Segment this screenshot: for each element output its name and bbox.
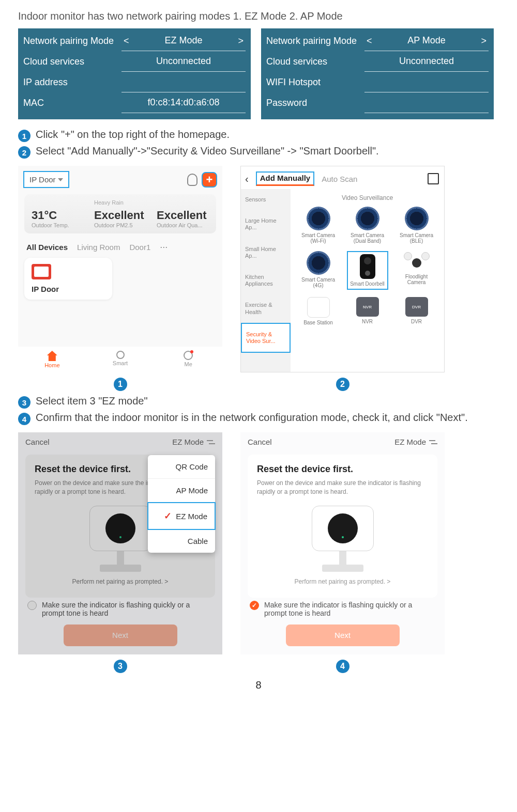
mode-option-label: QR Code bbox=[175, 462, 208, 471]
tab-add-manually[interactable]: Add Manually bbox=[256, 171, 315, 186]
item-label: Smart Doorbell bbox=[350, 281, 385, 287]
cat-small-home[interactable]: Small Home Ap... bbox=[241, 239, 291, 267]
ez-row1-label: Network pairing Mode bbox=[23, 36, 121, 46]
step-badge-2: 2 bbox=[18, 146, 31, 159]
add-device-button[interactable]: + bbox=[202, 172, 217, 188]
ez-row4-label: MAC bbox=[23, 98, 121, 108]
item-base-station[interactable]: Base Station bbox=[298, 297, 339, 325]
app-home-screenshot: IP Door + - 31°C Outdoor Temp. Heavy Rai… bbox=[18, 166, 222, 372]
page-number: 8 bbox=[18, 679, 499, 691]
nav-me-label: Me bbox=[185, 361, 192, 367]
item-floodlight[interactable]: Floodlight Camera bbox=[396, 251, 437, 290]
camera-icon bbox=[405, 207, 429, 230]
step-badge-3: 3 bbox=[18, 396, 31, 409]
screenshot-badge-3: 3 bbox=[114, 660, 127, 673]
arrow-right-icon[interactable]: > bbox=[238, 35, 244, 46]
ap-row2-label: Cloud services bbox=[266, 56, 364, 67]
me-icon bbox=[184, 351, 193, 360]
cat-kitchen[interactable]: Kitchen Appliances bbox=[241, 267, 291, 294]
cancel-button[interactable]: Cancel bbox=[248, 438, 272, 446]
mode-tables: Network pairing Mode < EZ Mode > Cloud s… bbox=[18, 28, 499, 119]
cat-sensors[interactable]: Sensors bbox=[241, 189, 291, 210]
confirm-checkbox[interactable] bbox=[27, 601, 37, 610]
ap-mode-table: Network pairing Mode < AP Mode > Cloud s… bbox=[261, 28, 494, 119]
nav-me[interactable]: Me bbox=[154, 351, 222, 368]
back-button[interactable]: ‹ bbox=[245, 173, 249, 185]
mode-selector[interactable]: EZ Mode bbox=[394, 438, 437, 446]
next-button[interactable]: Next bbox=[286, 624, 400, 646]
cat-exercise[interactable]: Exercise & Health bbox=[241, 294, 291, 322]
arrow-left-icon[interactable]: < bbox=[367, 35, 372, 46]
outdoor-temp: 31°C bbox=[32, 209, 84, 222]
arrow-left-icon[interactable]: < bbox=[124, 35, 129, 46]
tab-more[interactable]: ··· bbox=[160, 242, 168, 253]
tab-living-room[interactable]: Living Room bbox=[77, 243, 120, 252]
reset-device-screenshot: Cancel EZ Mode Reset the device first. P… bbox=[240, 432, 445, 654]
item-smart-camera-wifi[interactable]: Smart Camera (Wi-Fi) bbox=[298, 207, 339, 244]
ez-row2-value: Unconnected bbox=[156, 56, 211, 67]
item-nvr[interactable]: NVRNVR bbox=[347, 297, 388, 325]
step-2: 2 Select "Add Manually"->"Security & Vid… bbox=[18, 145, 499, 159]
next-button[interactable]: Next bbox=[64, 624, 177, 646]
tab-door1[interactable]: Door1 bbox=[129, 243, 150, 252]
mode-option-label: AP Mode bbox=[176, 486, 208, 495]
pairing-prompt-link[interactable]: Perform net pairing as prompted. > bbox=[257, 578, 428, 585]
item-label: Floodlight Camera bbox=[396, 274, 437, 285]
mode-label: EZ Mode bbox=[172, 438, 204, 446]
device-icon bbox=[32, 264, 51, 279]
cat-large-home[interactable]: Large Home Ap... bbox=[241, 210, 291, 238]
ez-row3-label: IP address bbox=[23, 77, 121, 88]
item-label: Smart Camera (4G) bbox=[298, 277, 339, 288]
nav-home-label: Home bbox=[44, 362, 59, 368]
mode-selector[interactable]: EZ Mode bbox=[172, 438, 215, 446]
ap-row4-label: Password bbox=[266, 98, 364, 108]
ap-row1-value[interactable]: < AP Mode > bbox=[364, 30, 489, 51]
cancel-button[interactable]: Cancel bbox=[25, 438, 50, 446]
item-smart-camera-dual[interactable]: Smart Camera (Dual Band) bbox=[347, 207, 388, 244]
screenshot-badge-1: 1 bbox=[114, 378, 127, 391]
confirm-text: Make sure the indicator is flashing quic… bbox=[42, 601, 213, 617]
ap-row3-label: WIFI Hotspot bbox=[266, 77, 364, 88]
step-3: 3 Select item 3 "EZ mode" bbox=[18, 395, 499, 409]
room-dropdown-label: IP Door bbox=[29, 175, 56, 184]
mode-option-ap[interactable]: AP Mode bbox=[148, 479, 215, 503]
tab-all-devices[interactable]: All Devices bbox=[26, 243, 68, 252]
item-smart-doorbell[interactable]: Smart Doorbell bbox=[347, 251, 388, 290]
ap-row1-value-text: AP Mode bbox=[407, 35, 446, 46]
home-icon bbox=[47, 351, 57, 361]
tab-auto-scan[interactable]: Auto Scan bbox=[322, 175, 357, 183]
ez-row1-value[interactable]: < EZ Mode > bbox=[121, 30, 246, 51]
mode-option-cable[interactable]: Cable bbox=[148, 529, 215, 553]
mode-option-ez[interactable]: ✓EZ Mode bbox=[147, 502, 216, 530]
item-smart-camera-ble[interactable]: Smart Camera (BLE) bbox=[396, 207, 437, 244]
step-badge-4: 4 bbox=[18, 413, 31, 425]
mode-option-qr[interactable]: QR Code bbox=[148, 455, 215, 479]
doorbell-icon bbox=[360, 254, 375, 279]
nav-home[interactable]: Home bbox=[18, 351, 86, 368]
cat-security-video[interactable]: Security & Video Sur... bbox=[241, 323, 291, 353]
add-device-screenshot: ‹ Add Manually Auto Scan Sensors Large H… bbox=[240, 166, 445, 372]
mode-option-label: Cable bbox=[188, 537, 208, 545]
mode-label: EZ Mode bbox=[394, 438, 426, 446]
scan-icon[interactable] bbox=[428, 173, 439, 184]
room-dropdown[interactable]: IP Door bbox=[23, 171, 69, 188]
check-icon: ✓ bbox=[164, 510, 172, 522]
device-card-ipdoor[interactable]: IP Door bbox=[24, 258, 112, 300]
arrow-right-icon[interactable]: > bbox=[481, 35, 486, 46]
item-dvr[interactable]: DVRDVR bbox=[396, 297, 437, 325]
step-badge-1: 1 bbox=[18, 130, 31, 142]
item-smart-camera-4g[interactable]: Smart Camera (4G) bbox=[298, 251, 339, 290]
step-2-text: Select "Add Manually"->"Security & Video… bbox=[36, 145, 379, 157]
step-4-text: Confirm that the indoor monitor is in th… bbox=[36, 412, 468, 424]
swap-icon bbox=[429, 439, 437, 445]
swap-icon bbox=[207, 439, 215, 445]
weather-status: Heavy Rain bbox=[94, 199, 146, 206]
microphone-icon[interactable] bbox=[187, 174, 197, 186]
nav-smart[interactable]: Smart bbox=[86, 351, 155, 368]
item-label: Smart Camera (Dual Band) bbox=[347, 232, 388, 244]
ez-row4-value: f0:c8:14:d0:a6:08 bbox=[147, 97, 219, 108]
pairing-prompt-link[interactable]: Perform net pairing as prompted. > bbox=[35, 578, 206, 585]
camera-illustration bbox=[304, 506, 382, 573]
confirm-checkbox[interactable]: ✓ bbox=[250, 601, 259, 610]
item-label: NVR bbox=[362, 319, 373, 324]
